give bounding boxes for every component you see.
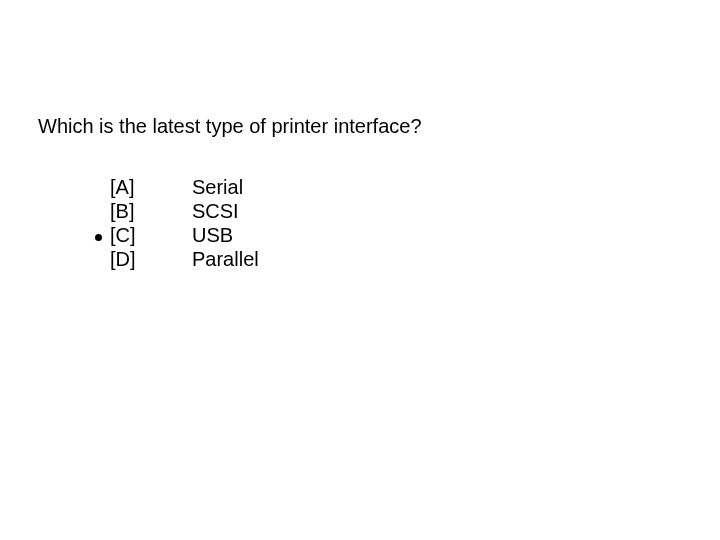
option-c[interactable]: [C] USB (110, 223, 259, 247)
option-label: [A] (110, 176, 192, 199)
option-b[interactable]: [B] SCSI (110, 199, 259, 223)
options-list: [A] Serial [B] SCSI [C] USB [D] Parallel (110, 175, 259, 271)
option-label: [D] (110, 248, 192, 271)
selected-marker-icon (95, 234, 102, 241)
option-text: Parallel (192, 248, 259, 271)
option-d[interactable]: [D] Parallel (110, 247, 259, 271)
option-a[interactable]: [A] Serial (110, 175, 259, 199)
option-label: [C] (110, 224, 192, 247)
option-label: [B] (110, 200, 192, 223)
option-text: USB (192, 224, 259, 247)
option-text: SCSI (192, 200, 259, 223)
question-text: Which is the latest type of printer inte… (38, 115, 422, 138)
option-text: Serial (192, 176, 259, 199)
